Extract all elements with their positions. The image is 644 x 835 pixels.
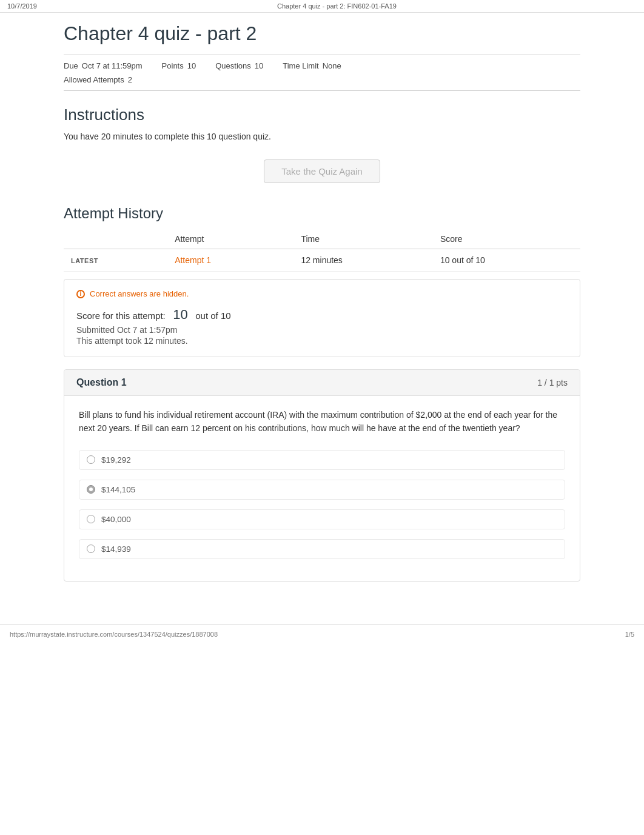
questions-meta: Questions 10	[215, 61, 263, 70]
col-blank	[64, 229, 167, 249]
allowed-attempts-meta: Allowed Attempts 2	[64, 75, 132, 84]
attempt-detail-box: i Correct answers are hidden. Score for …	[64, 279, 580, 357]
score-label: Score for this attempt:	[76, 310, 166, 321]
instructions-text: You have 20 minutes to complete this 10 …	[64, 132, 580, 141]
take-quiz-button[interactable]: Take the Quiz Again	[264, 159, 380, 183]
submitted-line: Submitted Oct 7 at 1:57pm	[76, 325, 568, 335]
due-meta: Due Oct 7 at 11:59pm	[64, 61, 143, 70]
table-row: LATEST Attempt 1 12 minutes 10 out of 10	[64, 249, 580, 272]
attempt-table-header-row: Attempt Time Score	[64, 229, 580, 249]
question-title-1: Question 1	[76, 377, 127, 388]
took-line: This attempt took 12 minutes.	[76, 336, 568, 346]
answers-list-1: $19,292 $144,105 $40,000 $14,939	[79, 450, 565, 559]
instructions-heading: Instructions	[64, 106, 580, 124]
allowed-attempts-value: 2	[128, 75, 132, 84]
question-pts-1: 1 / 1 pts	[537, 378, 568, 387]
attempt-link[interactable]: Attempt 1	[175, 255, 211, 265]
answer-option-4: $14,939	[79, 539, 565, 559]
browser-bar: 10/7/2019 Chapter 4 quiz - part 2: FIN60…	[0, 0, 644, 13]
attempt-history-table: Attempt Time Score LATEST Attempt 1 12 m…	[64, 229, 580, 272]
browser-page-title: Chapter 4 quiz - part 2: FIN602-01-FA19	[37, 2, 637, 10]
score-number: 10	[173, 307, 187, 322]
col-attempt: Attempt	[167, 229, 293, 249]
question-text-1: Bill plans to fund his individual retire…	[79, 408, 565, 435]
score-out-of: out of 10	[195, 310, 230, 321]
page-container: Chapter 4 quiz - part 2 Due Oct 7 at 11:…	[49, 13, 595, 606]
answer-radio-3	[87, 515, 95, 523]
time-limit-label: Time Limit	[283, 61, 318, 70]
points-label: Points	[162, 61, 184, 70]
col-score: Score	[433, 229, 580, 249]
questions-value: 10	[255, 61, 263, 70]
answer-option-2: $144,105	[79, 480, 565, 500]
attempt-table-head: Attempt Time Score	[64, 229, 580, 249]
answer-text-2: $144,105	[101, 485, 135, 494]
answer-text-3: $40,000	[101, 515, 131, 524]
points-value: 10	[187, 61, 196, 70]
quiz-meta-row-1: Due Oct 7 at 11:59pm Points 10 Questions…	[64, 61, 580, 70]
questions-container: Question 1 1 / 1 pts Bill plans to fund …	[64, 369, 580, 582]
attempt-score: 10 out of 10	[433, 249, 580, 272]
answer-radio-2	[87, 485, 95, 494]
time-limit-value: None	[323, 61, 341, 70]
browser-date: 10/7/2019	[7, 2, 37, 10]
correct-answers-text: Correct answers are hidden.	[90, 289, 189, 298]
questions-label: Questions	[215, 61, 251, 70]
attempt-history-heading: Attempt History	[64, 205, 580, 222]
footer-url: https://murraystate.instructure.com/cour…	[10, 631, 218, 638]
attempt-time: 12 minutes	[293, 249, 433, 272]
question-body-1: Bill plans to fund his individual retire…	[64, 396, 580, 581]
answer-option-1: $19,292	[79, 450, 565, 470]
question-block-1: Question 1 1 / 1 pts Bill plans to fund …	[64, 369, 580, 582]
answer-option-3: $40,000	[79, 509, 565, 529]
answer-radio-1	[87, 455, 95, 464]
footer-bar: https://murraystate.instructure.com/cour…	[0, 624, 644, 644]
answer-text-4: $14,939	[101, 545, 131, 554]
answer-radio-4	[87, 545, 95, 553]
quiz-title: Chapter 4 quiz - part 2	[64, 22, 580, 45]
take-quiz-wrapper: Take the Quiz Again	[64, 159, 580, 183]
footer-page: 1/5	[625, 631, 634, 638]
allowed-attempts-label: Allowed Attempts	[64, 75, 124, 84]
correct-answers-notice: i Correct answers are hidden.	[76, 289, 568, 298]
latest-badge: LATEST	[64, 249, 167, 272]
info-icon: i	[76, 290, 85, 298]
question-header-1: Question 1 1 / 1 pts	[64, 370, 580, 396]
score-line: Score for this attempt: 10 out of 10	[76, 307, 568, 323]
quiz-meta-row-2: Allowed Attempts 2	[64, 75, 580, 84]
time-limit-meta: Time Limit None	[283, 61, 341, 70]
quiz-meta: Due Oct 7 at 11:59pm Points 10 Questions…	[64, 55, 580, 91]
answer-text-1: $19,292	[101, 455, 131, 464]
points-meta: Points 10	[162, 61, 196, 70]
col-time: Time	[293, 229, 433, 249]
attempt-table-body: LATEST Attempt 1 12 minutes 10 out of 10	[64, 249, 580, 272]
due-label: Due	[64, 61, 78, 70]
attempt-link-cell[interactable]: Attempt 1	[167, 249, 293, 272]
due-value: Oct 7 at 11:59pm	[82, 61, 143, 70]
